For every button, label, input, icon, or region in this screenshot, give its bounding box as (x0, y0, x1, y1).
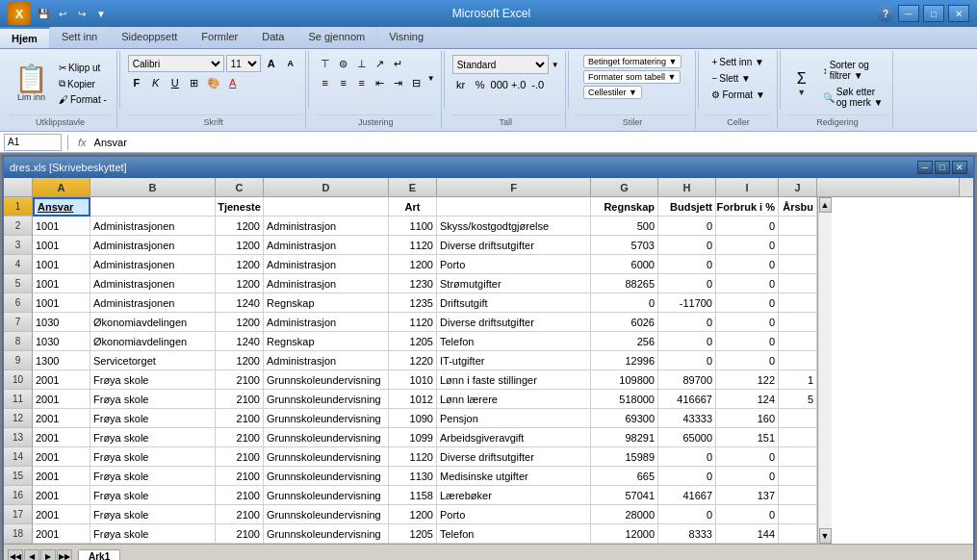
cell-styles-button[interactable]: Cellestiler ▼ (583, 86, 642, 99)
cell-r15-c9[interactable] (779, 467, 817, 486)
cell-r8-c3[interactable]: Regnskap (264, 332, 389, 351)
cell-r5-c3[interactable]: Administrasjon (264, 274, 389, 293)
row-header-2[interactable]: 2 (4, 216, 33, 236)
cell-r17-c6[interactable]: 28000 (591, 505, 658, 524)
col-header-j[interactable]: J (779, 178, 817, 197)
cell-r13-c5[interactable]: Arbeidsgiveravgift (437, 428, 591, 447)
cell-r3-c2[interactable]: 1200 (216, 236, 264, 255)
cell-r3-c4[interactable]: 1120 (389, 236, 437, 255)
cell-r8-c4[interactable]: 1205 (389, 332, 437, 351)
cell-r11-c2[interactable]: 2100 (216, 390, 264, 409)
cell-r10-c1[interactable]: Frøya skole (90, 370, 216, 390)
cell-r11-c6[interactable]: 518000 (591, 390, 658, 409)
tab-sideoppsett[interactable]: Sideoppsett (110, 27, 190, 48)
cell-r18-c5[interactable]: Telefon (437, 524, 591, 544)
maximize-button[interactable]: □ (923, 5, 944, 22)
cell-r18-c1[interactable]: Frøya skole (90, 524, 216, 544)
cell-r9-c6[interactable]: 12996 (591, 351, 658, 370)
cell-b1[interactable] (90, 197, 216, 216)
row-header-13[interactable]: 13 (4, 428, 33, 447)
cell-r5-c8[interactable]: 0 (716, 274, 779, 293)
cell-r16-c3[interactable]: Grunnskoleundervisning (264, 486, 389, 505)
cell-r11-c9[interactable]: 5 (779, 390, 817, 409)
merge-button[interactable]: ⊟ (408, 74, 425, 91)
cell-r9-c2[interactable]: 1200 (216, 351, 264, 370)
cell-r10-c5[interactable]: Lønn i faste stillinger (437, 370, 591, 390)
cell-r11-c3[interactable]: Grunnskoleundervisning (264, 390, 389, 409)
row-header-1[interactable]: 1 (4, 197, 33, 216)
cell-r11-c8[interactable]: 124 (716, 390, 779, 409)
cell-r5-c6[interactable]: 88265 (591, 274, 658, 293)
cell-r14-c7[interactable]: 0 (658, 447, 716, 467)
redo-button[interactable]: ↪ (73, 5, 90, 22)
cell-r12-c5[interactable]: Pensjon (437, 409, 591, 428)
cell-r2-c9[interactable] (779, 216, 817, 236)
cell-r12-c2[interactable]: 2100 (216, 409, 264, 428)
cell-r16-c7[interactable]: 41667 (658, 486, 716, 505)
quick-access-more[interactable]: ▼ (92, 5, 110, 22)
cell-r2-c5[interactable]: Skyss/kostgodtgjørelse (437, 216, 591, 236)
merge-dropdown[interactable]: ▼ (427, 74, 435, 91)
cell-r5-c1[interactable]: Administrasjonen (90, 274, 216, 293)
cell-r17-c5[interactable]: Porto (437, 505, 591, 524)
format-as-table-button[interactable]: Formater som tabell ▼ (583, 70, 681, 84)
close-button[interactable]: ✕ (948, 5, 969, 22)
cell-r5-c9[interactable] (779, 274, 817, 293)
cell-r4-c1[interactable]: Administrasjonen (90, 255, 216, 274)
cell-r3-c7[interactable]: 0 (658, 236, 716, 255)
cell-r13-c2[interactable]: 2100 (216, 428, 264, 447)
conditional-format-button[interactable]: Betinget formatering ▼ (583, 55, 681, 68)
cell-r3-c1[interactable]: Administrasjonen (90, 236, 216, 255)
cell-r9-c9[interactable] (779, 351, 817, 370)
cell-r18-c6[interactable]: 12000 (591, 524, 658, 544)
insert-cells-button[interactable]: + Sett inn ▼ (707, 55, 767, 69)
cell-r17-c7[interactable]: 0 (658, 505, 716, 524)
cell-r14-c2[interactable]: 2100 (216, 447, 264, 467)
cell-r16-c4[interactable]: 1158 (389, 486, 437, 505)
scroll-up-button[interactable]: ▲ (819, 197, 832, 213)
cell-r15-c6[interactable]: 665 (591, 467, 658, 486)
align-right-button[interactable]: ≡ (353, 74, 371, 91)
cell-r12-c8[interactable]: 160 (716, 409, 779, 428)
sheet-nav-next[interactable]: ▶ (40, 549, 56, 560)
increase-decimal-button[interactable]: +.0 (510, 76, 527, 93)
cell-r9-c5[interactable]: IT-utgifter (437, 351, 591, 370)
row-header-10[interactable]: 10 (4, 370, 33, 390)
cell-r2-c3[interactable]: Administrasjon (264, 216, 389, 236)
cell-r16-c6[interactable]: 57041 (591, 486, 658, 505)
cell-r4-c4[interactable]: 1200 (389, 255, 437, 274)
decrease-decimal-button[interactable]: -.0 (529, 76, 547, 93)
cell-r5-c4[interactable]: 1230 (389, 274, 437, 293)
wb-close[interactable]: ✕ (952, 161, 967, 174)
cell-r14-c3[interactable]: Grunnskoleundervisning (264, 447, 389, 467)
cell-r13-c0[interactable]: 2001 (33, 428, 90, 447)
cell-r4-c9[interactable] (779, 255, 817, 274)
cell-r16-c8[interactable]: 137 (716, 486, 779, 505)
cell-r7-c3[interactable]: Administrasjon (264, 313, 389, 332)
cell-r9-c3[interactable]: Administrasjon (264, 351, 389, 370)
cell-r18-c2[interactable]: 2100 (216, 524, 264, 544)
cell-r3-c3[interactable]: Administrasjon (264, 236, 389, 255)
cell-r11-c1[interactable]: Frøya skole (90, 390, 216, 409)
cell-r4-c6[interactable]: 6000 (591, 255, 658, 274)
cell-r4-c3[interactable]: Administrasjon (264, 255, 389, 274)
cell-r15-c2[interactable]: 2100 (216, 467, 264, 486)
col-header-c[interactable]: C (216, 178, 264, 197)
row-header-3[interactable]: 3 (4, 236, 33, 255)
cell-r17-c8[interactable]: 0 (716, 505, 779, 524)
minimize-button[interactable]: ─ (898, 5, 919, 22)
align-bottom-button[interactable]: ⊥ (353, 55, 371, 72)
row-header-11[interactable]: 11 (4, 390, 33, 409)
cell-r7-c8[interactable]: 0 (716, 313, 779, 332)
cell-e1[interactable]: Art (389, 197, 437, 216)
cell-r6-c5[interactable]: Driftsutgift (437, 293, 591, 313)
cell-r2-c8[interactable]: 0 (716, 216, 779, 236)
cell-r11-c0[interactable]: 2001 (33, 390, 90, 409)
tab-visning[interactable]: Visning (377, 27, 436, 48)
cell-r15-c3[interactable]: Grunnskoleundervisning (264, 467, 389, 486)
row-header-15[interactable]: 15 (4, 467, 33, 486)
cell-r18-c8[interactable]: 144 (716, 524, 779, 544)
cell-r12-c7[interactable]: 43333 (658, 409, 716, 428)
border-button[interactable]: ⊞ (186, 74, 203, 91)
cell-r10-c3[interactable]: Grunnskoleundervisning (264, 370, 389, 390)
